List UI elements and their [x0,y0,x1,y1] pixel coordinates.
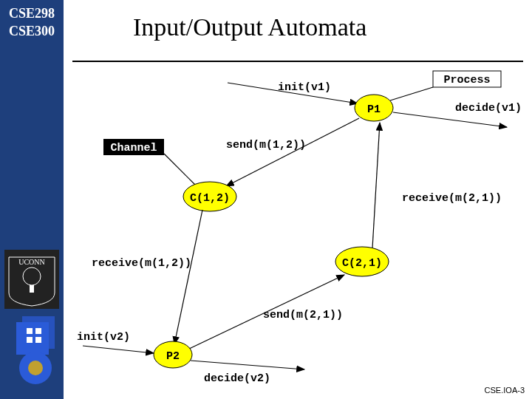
sidebar: CSE298 CSE300 UCONN [0,0,64,399]
label-decide-v2: decide(v2) [204,372,270,385]
label-channel: Channel [110,142,157,154]
label-send-m12: send(m(1,2)) [226,139,306,151]
node-c21: C(2,1) [342,257,382,270]
svg-rect-6 [27,328,33,334]
course-label-2: CSE300 [0,24,64,39]
svg-line-25 [83,346,154,353]
label-receive-m12: receive(m(1,2)) [92,257,191,270]
svg-text:UCONN: UCONN [18,258,45,266]
node-c12: C(1,2) [190,192,230,205]
course-label-1: CSE298 [0,6,64,21]
svg-line-23 [174,210,202,344]
svg-point-11 [28,361,43,375]
dept-logo [13,316,58,390]
svg-rect-8 [27,337,33,343]
svg-rect-7 [35,328,41,334]
svg-line-16 [393,112,507,127]
slide-number: CSE.IOA-3 [485,386,525,395]
label-init-v1: init(v1) [278,81,331,94]
svg-rect-2 [30,285,34,293]
svg-rect-9 [35,337,41,343]
node-p2: P2 [166,350,180,363]
svg-line-20 [372,123,380,248]
svg-line-19 [226,118,359,186]
node-p1: P1 [367,103,381,116]
label-process: Process [443,74,490,86]
svg-line-14 [390,87,433,100]
uconn-badge: UCONN [4,250,59,309]
label-init-v2: init(v2) [77,331,130,344]
label-send-m21: send(m(2,1)) [263,309,343,321]
svg-line-27 [191,361,304,369]
label-decide-v1: decide(v1) [455,102,522,115]
svg-line-18 [164,154,195,185]
diagram: init(v1) Process P1 decide(v1) Channel s… [64,61,532,399]
page-title: Input/Output Automata [133,13,366,41]
label-receive-m21: receive(m(2,1)) [402,192,502,205]
